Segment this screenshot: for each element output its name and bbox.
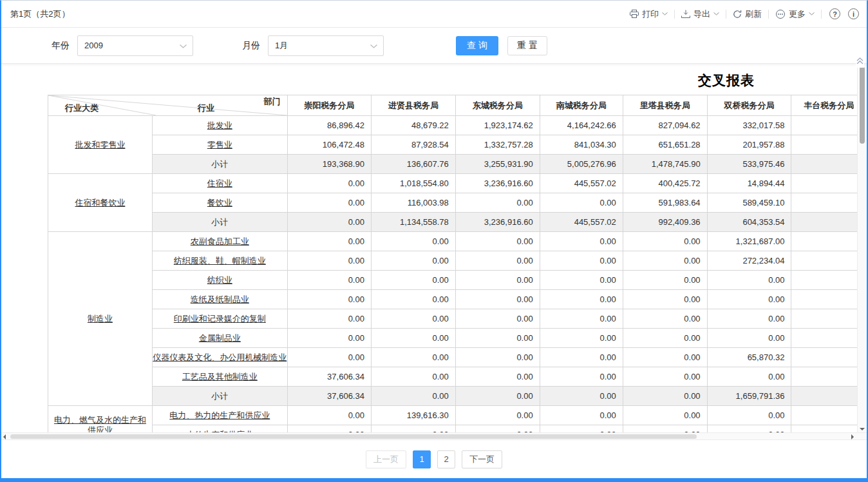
value-cell: 0.00 (287, 290, 371, 309)
value-cell (791, 251, 867, 271)
print-button[interactable]: 打印 (623, 8, 674, 21)
value-cell: 0.00 (287, 425, 371, 433)
value-cell: 0.00 (287, 406, 371, 425)
value-cell: 841,034.30 (540, 135, 623, 155)
industry-link[interactable]: 纺织业 (207, 275, 232, 285)
value-cell: 14,894.44 (707, 174, 791, 193)
next-page-button[interactable]: 下一页 (462, 450, 502, 468)
table-row: 工艺品及其他制造业37,606.340.000.000.000.000.00 (48, 367, 867, 387)
industry-link[interactable]: 零售业 (207, 140, 232, 149)
value-cell: 0.00 (287, 232, 371, 251)
vertical-scrollbar-thumb[interactable] (860, 66, 865, 144)
print-label: 打印 (642, 8, 659, 20)
industry-link[interactable]: 金属制品业 (199, 333, 241, 343)
collapse-filter-button[interactable] (856, 55, 864, 68)
value-cell: 1,332,757.28 (455, 135, 540, 155)
value-cell: 0.00 (707, 271, 791, 290)
value-cell: 0.00 (371, 309, 455, 329)
value-cell: 3,236,916.60 (455, 213, 540, 232)
value-cell: 0.00 (540, 425, 623, 433)
value-cell: 0.00 (707, 406, 791, 425)
table-row: 批发和零售业批发业86,896.4248,679.221,923,174.624… (48, 116, 867, 135)
industry-link[interactable]: 餐饮业 (207, 198, 232, 207)
reset-button[interactable]: 重 置 (507, 36, 547, 55)
industry-link[interactable]: 印刷业和记录媒介的复制 (174, 314, 266, 323)
industry-link[interactable]: 批发业 (207, 120, 232, 130)
table-row: 纺织服装、鞋、帽制造业0.000.000.000.000.00272,234.0… (48, 251, 867, 271)
industry-link[interactable]: 电力、热力的生产和供应业 (169, 410, 270, 420)
month-select-value: 1月 (275, 40, 288, 52)
value-cell: 992,409.36 (623, 213, 707, 232)
horizontal-scrollbar[interactable] (1, 432, 867, 440)
info-icon[interactable]: i (848, 8, 859, 19)
industry-link[interactable]: 住宿业 (207, 178, 232, 188)
value-cell: 0.00 (455, 271, 540, 290)
value-cell: 0.00 (707, 425, 791, 433)
value-cell: 136,607.76 (371, 155, 455, 174)
industry-cell: 餐饮业 (152, 193, 287, 213)
vertical-scrollbar[interactable] (857, 64, 867, 432)
toolbar-divider (821, 10, 822, 19)
scroll-left-arrow[interactable] (3, 434, 6, 439)
industry-link[interactable]: 工艺品及其他制造业 (182, 372, 258, 381)
value-cell: 332,017.58 (707, 116, 791, 135)
page-indicator: 第1页（共2页） (10, 8, 70, 20)
year-label: 年份 (52, 40, 70, 52)
industry-category-link[interactable]: 电力、燃气及水的生产和供应业 (54, 415, 146, 433)
industry-cell: 造纸及纸制品业 (152, 290, 287, 309)
value-cell: 400,425.72 (623, 174, 707, 193)
corner-header-cell: 部门行业大类行业 (48, 95, 288, 116)
value-cell: 0.00 (540, 406, 623, 425)
industry-link[interactable]: 仪器仪表及文化、办公用机械制造业 (153, 352, 287, 362)
value-cell (791, 309, 867, 329)
value-cell: 0.00 (287, 271, 371, 290)
value-cell: 0.00 (623, 309, 707, 329)
industry-category-cell: 批发和零售业 (48, 116, 153, 174)
toolbar: 第1页（共2页） 打印 导出 (1, 1, 867, 28)
value-cell: 604,353.54 (707, 213, 791, 232)
value-cell: 0.00 (287, 251, 371, 271)
month-select[interactable]: 1月 (268, 35, 384, 56)
industry-link[interactable]: 纺织服装、鞋、帽制造业 (174, 256, 266, 265)
value-cell: 0.00 (540, 309, 623, 329)
value-cell (791, 290, 867, 309)
table-row: 小计0.001,134,558.783,236,916.60445,557.02… (48, 213, 867, 232)
more-button[interactable]: 更多 (769, 8, 821, 21)
industry-category-cell: 电力、燃气及水的生产和供应业 (48, 406, 153, 433)
value-cell: 0.00 (623, 251, 707, 271)
industry-link[interactable]: 造纸及纸制品业 (191, 294, 249, 304)
value-cell (791, 329, 867, 348)
scroll-right-arrow[interactable] (851, 434, 854, 439)
export-button[interactable]: 导出 (675, 8, 726, 21)
page-button-2[interactable]: 2 (437, 450, 455, 468)
value-cell: 0.00 (455, 251, 540, 271)
chevron-down-icon (809, 12, 815, 15)
value-cell: 3,255,931.90 (455, 155, 540, 174)
table-row: 金属制品业0.000.000.000.000.000.00 (48, 329, 867, 348)
column-header: 南城税务分局 (540, 95, 623, 116)
industry-category-link[interactable]: 批发和零售业 (75, 140, 125, 149)
value-cell: 0.00 (287, 193, 371, 213)
query-button[interactable]: 查 询 (456, 36, 498, 55)
filter-panel: 年份 2009 月份 1月 查 询 重 置 (1, 28, 867, 64)
table-row: 小计37,606.340.000.000.000.001,659,791.36 (48, 387, 867, 406)
table-row: 制造业农副食品加工业0.000.000.000.000.001,321,687.… (48, 232, 867, 251)
value-cell (791, 155, 867, 174)
value-cell (791, 425, 867, 433)
scroll-down-arrow[interactable] (860, 428, 865, 430)
industry-category-link[interactable]: 住宿和餐饮业 (75, 198, 125, 207)
industry-category-link[interactable]: 制造业 (88, 314, 113, 323)
table-row: 零售业106,472.4887,928.541,332,757.28841,03… (48, 135, 867, 155)
value-cell: 445,557.02 (540, 174, 623, 193)
corner-label-category: 行业大类 (65, 102, 99, 114)
industry-link[interactable]: 农副食品加工业 (191, 236, 249, 246)
refresh-button[interactable]: 刷新 (726, 8, 768, 21)
prev-page-button[interactable]: 上一页 (366, 450, 406, 468)
page-button-1[interactable]: 1 (413, 450, 431, 468)
help-icon[interactable]: ? (829, 8, 840, 19)
column-header: 崇阳税务分局 (287, 95, 371, 116)
horizontal-scrollbar-thumb[interactable] (10, 434, 697, 439)
value-cell: 0.00 (707, 290, 791, 309)
year-select[interactable]: 2009 (77, 35, 193, 56)
value-cell: 65,870.32 (707, 348, 791, 367)
